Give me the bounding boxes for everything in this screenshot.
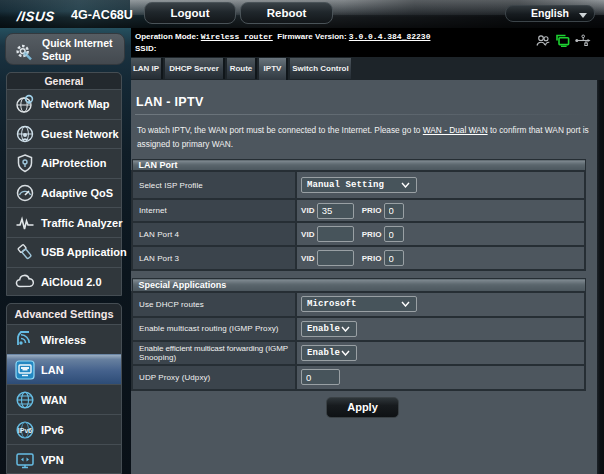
svg-text:IPv6: IPv6 [18,427,33,434]
